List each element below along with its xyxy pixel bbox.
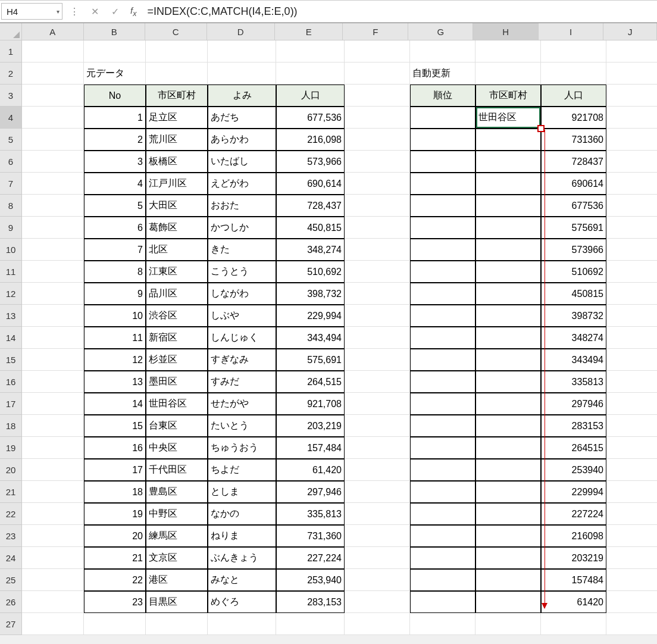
cell-D2[interactable]: [208, 62, 276, 85]
cell-B2[interactable]: 元データ: [84, 62, 146, 85]
cell-B11[interactable]: 8: [84, 261, 146, 283]
cell-H13[interactable]: [475, 305, 541, 327]
cell-J9[interactable]: [606, 217, 657, 239]
row-header[interactable]: 14: [0, 327, 22, 349]
row-header[interactable]: 10: [0, 239, 22, 261]
cell-I25[interactable]: 157484: [541, 569, 606, 591]
cell-I12[interactable]: 450815: [541, 283, 606, 305]
cell-F25[interactable]: [345, 569, 410, 591]
cell-B19[interactable]: 16: [84, 437, 146, 459]
row-header[interactable]: 25: [0, 569, 22, 591]
cell-D9[interactable]: かつしか: [208, 217, 276, 239]
cell-D15[interactable]: すぎなみ: [208, 349, 276, 371]
row-header[interactable]: 5: [0, 129, 22, 151]
cell-E26[interactable]: 283,153: [276, 591, 345, 613]
cell-J19[interactable]: [606, 437, 657, 459]
cell-G1[interactable]: [410, 40, 475, 62]
row-header[interactable]: 21: [0, 481, 22, 503]
cell-F16[interactable]: [345, 371, 410, 393]
cell-J14[interactable]: [606, 327, 657, 349]
cell-A3[interactable]: [22, 85, 84, 107]
row-header[interactable]: 17: [0, 393, 22, 415]
cell-C7[interactable]: 江戸川区: [146, 173, 208, 195]
cell-E24[interactable]: 227,224: [276, 547, 345, 569]
cell-F7[interactable]: [345, 173, 410, 195]
cell-E4[interactable]: 677,536: [276, 107, 345, 129]
row-header[interactable]: 27: [0, 613, 22, 635]
fill-handle[interactable]: [537, 125, 545, 132]
cell-H21[interactable]: [475, 481, 541, 503]
cell-C20[interactable]: 千代田区: [146, 459, 208, 481]
cell-G22[interactable]: [410, 503, 475, 525]
row-header[interactable]: 9: [0, 217, 22, 239]
cell-D13[interactable]: しぶや: [208, 305, 276, 327]
cell-H6[interactable]: [475, 151, 541, 173]
cell-B18[interactable]: 15: [84, 415, 146, 437]
cell-E8[interactable]: 728,437: [276, 195, 345, 217]
cell-D20[interactable]: ちよだ: [208, 459, 276, 481]
cell-B25[interactable]: 22: [84, 569, 146, 591]
cell-G23[interactable]: [410, 525, 475, 547]
cell-A20[interactable]: [22, 459, 84, 481]
cell-G25[interactable]: [410, 569, 475, 591]
cell-E7[interactable]: 690,614: [276, 173, 345, 195]
row-header[interactable]: 13: [0, 305, 22, 327]
cell-J5[interactable]: [606, 129, 657, 151]
cell-A17[interactable]: [22, 393, 84, 415]
cell-C12[interactable]: 品川区: [146, 283, 208, 305]
row-header[interactable]: 2: [0, 62, 22, 85]
cell-F27[interactable]: [345, 613, 410, 635]
cell-B4[interactable]: 1: [84, 107, 146, 129]
cell-J8[interactable]: [606, 195, 657, 217]
cell-E2[interactable]: [276, 62, 345, 85]
cell-G8[interactable]: [410, 195, 475, 217]
cell-B13[interactable]: 10: [84, 305, 146, 327]
column-header-J[interactable]: J: [603, 23, 657, 40]
cell-A23[interactable]: [22, 525, 84, 547]
cell-H8[interactable]: [475, 195, 541, 217]
cell-I17[interactable]: 297946: [541, 393, 606, 415]
fx-icon[interactable]: fx: [127, 5, 140, 18]
cell-H23[interactable]: [475, 525, 541, 547]
cell-I21[interactable]: 229994: [541, 481, 606, 503]
cell-D21[interactable]: としま: [208, 481, 276, 503]
cell-H2[interactable]: [475, 62, 541, 85]
row-header[interactable]: 20: [0, 459, 22, 481]
cell-H27[interactable]: [475, 613, 541, 635]
cell-J22[interactable]: [606, 503, 657, 525]
cell-E20[interactable]: 61,420: [276, 459, 345, 481]
select-all-corner[interactable]: [0, 23, 22, 40]
cell-D27[interactable]: [208, 613, 276, 635]
cell-B23[interactable]: 20: [84, 525, 146, 547]
enter-button[interactable]: ✓: [107, 4, 123, 19]
cell-J18[interactable]: [606, 415, 657, 437]
cell-I5[interactable]: 731360: [541, 129, 606, 151]
cell-H16[interactable]: [475, 371, 541, 393]
cell-I3[interactable]: 人口: [541, 85, 606, 107]
cell-C21[interactable]: 豊島区: [146, 481, 208, 503]
cell-E23[interactable]: 731,360: [276, 525, 345, 547]
cell-F22[interactable]: [345, 503, 410, 525]
cell-B9[interactable]: 6: [84, 217, 146, 239]
cell-E18[interactable]: 203,219: [276, 415, 345, 437]
cell-E10[interactable]: 348,274: [276, 239, 345, 261]
cell-E9[interactable]: 450,815: [276, 217, 345, 239]
cell-J25[interactable]: [606, 569, 657, 591]
cell-A26[interactable]: [22, 591, 84, 613]
row-header[interactable]: 18: [0, 415, 22, 437]
row-header[interactable]: 12: [0, 283, 22, 305]
cell-I16[interactable]: 335813: [541, 371, 606, 393]
cell-J23[interactable]: [606, 525, 657, 547]
cell-I24[interactable]: 203219: [541, 547, 606, 569]
cell-C27[interactable]: [146, 613, 208, 635]
cell-G5[interactable]: [410, 129, 475, 151]
cell-G19[interactable]: [410, 437, 475, 459]
cell-G13[interactable]: [410, 305, 475, 327]
cell-E21[interactable]: 297,946: [276, 481, 345, 503]
cell-G10[interactable]: [410, 239, 475, 261]
cell-C1[interactable]: [146, 40, 208, 62]
cell-B15[interactable]: 12: [84, 349, 146, 371]
cell-F11[interactable]: [345, 261, 410, 283]
cell-B24[interactable]: 21: [84, 547, 146, 569]
cell-I4[interactable]: 921708: [541, 107, 606, 129]
